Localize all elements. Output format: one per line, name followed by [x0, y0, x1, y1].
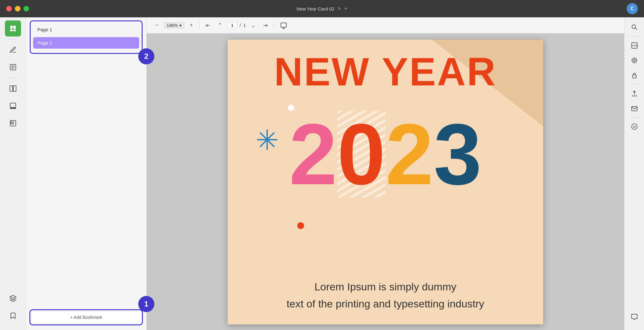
- year-digit-2-first: 2: [289, 111, 337, 198]
- svg-point-30: [632, 124, 637, 129]
- zoom-level-value: 146%: [167, 23, 178, 28]
- svg-rect-0: [10, 26, 13, 29]
- edit-icon: [9, 46, 17, 54]
- year-digit-3: 3: [434, 111, 482, 198]
- prev-page-button[interactable]: ⌃: [215, 21, 225, 30]
- mail-button[interactable]: [628, 102, 641, 115]
- window-controls: [6, 6, 29, 11]
- page-2-item[interactable]: Page 2: [33, 37, 139, 49]
- pages-icon: [9, 25, 17, 32]
- lock-icon: [631, 72, 638, 79]
- form-icon: [9, 119, 17, 127]
- right-sidebar-bottom: [628, 310, 641, 327]
- sidebar-bottom: [5, 290, 21, 327]
- right-sidebar-divider-2: [630, 84, 639, 85]
- svg-rect-10: [10, 103, 16, 107]
- zoom-in-button[interactable]: +: [187, 21, 195, 30]
- search-button[interactable]: [628, 20, 641, 34]
- svg-rect-28: [633, 75, 636, 78]
- right-sidebar-divider-1: [630, 36, 639, 37]
- right-sidebar: OCR: [624, 17, 644, 330]
- pages-list-border: Page 1 Page 2: [30, 20, 143, 54]
- close-button[interactable]: [6, 6, 12, 11]
- save-button[interactable]: [628, 120, 641, 133]
- lock-button[interactable]: [628, 68, 641, 82]
- svg-rect-1: [13, 26, 16, 29]
- titlebar: New Year Card 02 ✎ + C: [0, 0, 644, 17]
- edit-tool-button[interactable]: [5, 42, 21, 58]
- mail-icon: [631, 105, 638, 112]
- svg-rect-11: [10, 108, 16, 109]
- svg-point-14: [11, 123, 11, 124]
- pages-panel: Page 1 Page 2 2 1 + Add Bookmark: [26, 17, 147, 330]
- layers-button[interactable]: [5, 290, 21, 306]
- magic-icon: [631, 57, 638, 64]
- ocr-icon: OCR: [631, 42, 638, 49]
- edit-title-icon[interactable]: ✎: [337, 6, 341, 11]
- first-page-button[interactable]: ⇤: [203, 21, 213, 30]
- zoom-level-selector[interactable]: 146% ▾: [164, 22, 185, 29]
- upload-icon: [631, 90, 638, 97]
- comment-button[interactable]: [628, 310, 641, 324]
- toolbar-sep-2: [274, 22, 274, 29]
- form-button[interactable]: [5, 115, 21, 131]
- zoom-dropdown-icon: ▾: [179, 23, 182, 28]
- sidebar-divider-2: [8, 78, 18, 78]
- maximize-button[interactable]: [24, 6, 29, 11]
- bookmark-icon: [9, 312, 17, 319]
- comment-icon: [631, 314, 638, 320]
- annotate-button[interactable]: [5, 59, 21, 75]
- magic-button[interactable]: [628, 54, 641, 67]
- minimize-button[interactable]: [15, 6, 20, 11]
- search-icon: [631, 24, 638, 31]
- canvas-area: NEW YEAR ✳ 2 0 2 3: [147, 33, 624, 330]
- main-layout: Page 1 Page 2 2 1 + Add Bookmark − 146% …: [0, 17, 644, 330]
- svg-line-19: [635, 28, 637, 30]
- add-bookmark-button[interactable]: + Add Bookmark: [31, 311, 141, 324]
- page-1-item[interactable]: Page 1: [33, 24, 139, 35]
- last-page-button[interactable]: ⇥: [260, 21, 270, 30]
- document-page: NEW YEAR ✳ 2 0 2 3: [228, 40, 543, 324]
- card-body-text: Lorem Ipsum is simply dummytext of the p…: [228, 278, 543, 312]
- window-title: New Year Card 02: [297, 6, 334, 11]
- present-icon: [280, 22, 287, 29]
- add-bookmark-area: + Add Bookmark: [26, 307, 146, 330]
- right-sidebar-divider-3: [630, 117, 639, 118]
- annotation-badge-1: 1: [138, 296, 154, 312]
- card-title: NEW YEAR: [228, 52, 543, 92]
- page-nav: / 1: [227, 22, 246, 29]
- ocr-button[interactable]: OCR: [628, 39, 641, 52]
- svg-rect-2: [10, 29, 13, 31]
- svg-rect-15: [281, 23, 286, 27]
- content-area: − 146% ▾ + ⇤ ⌃ / 1 ⌄ ⇥: [147, 17, 624, 330]
- svg-point-22: [632, 58, 637, 63]
- present-button[interactable]: [278, 21, 290, 30]
- next-page-button[interactable]: ⌄: [248, 21, 258, 30]
- add-tab-icon[interactable]: +: [344, 6, 348, 12]
- save-icon: [631, 123, 638, 130]
- upload-button[interactable]: [628, 87, 641, 100]
- user-avatar[interactable]: C: [627, 3, 638, 14]
- pages-panel-button[interactable]: [5, 20, 21, 37]
- svg-rect-9: [13, 86, 16, 91]
- bookmark-button[interactable]: [5, 308, 21, 324]
- total-pages: 1: [243, 23, 246, 28]
- stamp-icon: [9, 102, 17, 110]
- svg-rect-3: [13, 29, 16, 31]
- year-digit-2-second: 2: [385, 111, 434, 198]
- left-sidebar: [0, 17, 26, 330]
- layers-icon: [9, 295, 17, 302]
- svg-text:OCR: OCR: [632, 44, 638, 47]
- current-page-input[interactable]: [227, 22, 237, 29]
- svg-rect-8: [10, 86, 13, 91]
- sidebar-divider-1: [8, 39, 18, 39]
- zoom-out-button[interactable]: −: [153, 21, 161, 30]
- stamp-button[interactable]: [5, 98, 21, 114]
- svg-point-13: [11, 122, 11, 122]
- annotation-badge-2: 2: [138, 48, 154, 64]
- compare-button[interactable]: [5, 80, 21, 97]
- toolbar-sep-1: [199, 22, 200, 29]
- window-title-group: New Year Card 02 ✎ +: [297, 6, 347, 12]
- svg-point-23: [633, 59, 635, 61]
- card-year: 2 0 2 3: [228, 111, 543, 198]
